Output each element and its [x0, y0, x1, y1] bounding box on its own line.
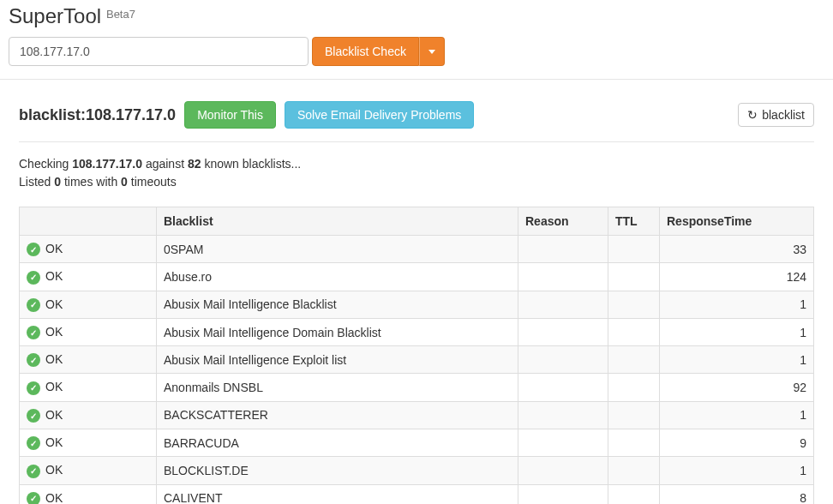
- results-table: Blacklist Reason TTL ResponseTime OK0SPA…: [19, 207, 814, 504]
- ok-check-icon: [27, 271, 40, 285]
- status-cell: OK: [20, 484, 157, 504]
- listed-mid: times with: [61, 175, 121, 189]
- status-cell: OK: [20, 236, 157, 263]
- status-text: OK: [45, 463, 63, 477]
- ttl-cell: [608, 401, 660, 429]
- ok-check-icon: [27, 243, 40, 256]
- table-body: OK0SPAM33OKAbuse.ro124OKAbusix Mail Inte…: [20, 236, 814, 505]
- reason-cell: [518, 291, 608, 318]
- col-reason: Reason: [518, 207, 608, 236]
- checking-prefix: Checking: [19, 157, 72, 171]
- col-response-time: ResponseTime: [660, 207, 814, 236]
- response-time-cell: 92: [660, 374, 814, 401]
- divider: [19, 141, 814, 142]
- reason-cell: [518, 429, 608, 457]
- response-time-cell: 124: [660, 263, 814, 291]
- ok-check-icon: [27, 326, 40, 339]
- response-time-cell: 1: [660, 401, 814, 429]
- ok-check-icon: [27, 465, 40, 478]
- status-cell: OK: [20, 263, 157, 291]
- header-section: SuperTool Beta7 Blacklist Check: [0, 0, 833, 80]
- status-text: OK: [45, 242, 63, 255]
- response-time-cell: 8: [660, 484, 814, 504]
- ttl-cell: [608, 236, 660, 263]
- status-text: OK: [45, 408, 63, 422]
- listed-count: 0: [54, 175, 61, 189]
- reason-cell: [518, 401, 608, 429]
- table-row: OKAbusix Mail Intelligence Domain Blackl…: [20, 318, 814, 345]
- checking-suffix: known blacklists...: [201, 157, 302, 171]
- blacklist-cell: BACKSCATTERER: [157, 401, 518, 429]
- status-cell: OK: [20, 429, 157, 457]
- reason-cell: [518, 457, 608, 484]
- ttl-cell: [608, 374, 660, 401]
- blacklist-cell: Abusix Mail Intelligence Blacklist: [157, 291, 518, 318]
- status-cell: OK: [20, 457, 157, 484]
- status-text: OK: [45, 269, 63, 283]
- status-text: OK: [45, 491, 63, 504]
- checking-mid: against: [142, 157, 188, 171]
- refresh-icon: [747, 108, 758, 122]
- check-dropdown-button[interactable]: [419, 37, 445, 66]
- lookup-input[interactable]: [9, 37, 309, 66]
- blacklist-cell: Abuse.ro: [157, 263, 518, 291]
- blacklist-cell: 0SPAM: [157, 236, 518, 263]
- table-row: OKCALIVENT8: [20, 484, 814, 504]
- ttl-cell: [608, 318, 660, 345]
- table-row: OKAbuse.ro124: [20, 263, 814, 291]
- table-row: OKBLOCKLIST.DE1: [20, 457, 814, 484]
- status-cell: OK: [20, 346, 157, 374]
- status-text: OK: [45, 435, 63, 449]
- blacklist-cell: CALIVENT: [157, 484, 518, 504]
- reason-cell: [518, 263, 608, 291]
- solve-problems-button[interactable]: Solve Email Delivery Problems: [285, 101, 474, 129]
- beta-badge: Beta7: [106, 8, 135, 21]
- table-row: OKAbusix Mail Intelligence Exploit list1: [20, 346, 814, 374]
- reason-cell: [518, 318, 608, 345]
- response-time-cell: 1: [660, 318, 814, 345]
- table-row: OKAnonmails DNSBL92: [20, 374, 814, 401]
- table-row: OKBARRACUDA9: [20, 429, 814, 457]
- col-ttl: TTL: [608, 207, 660, 236]
- status-text: Checking 108.177.17.0 against 82 known b…: [19, 155, 814, 191]
- monitor-this-button[interactable]: Monitor This: [184, 101, 276, 129]
- table-row: OKBACKSCATTERER1: [20, 401, 814, 429]
- ttl-cell: [608, 291, 660, 318]
- blacklist-cell: Abusix Mail Intelligence Domain Blacklis…: [157, 318, 518, 345]
- table-row: OK0SPAM33: [20, 236, 814, 263]
- blacklist-cell: BARRACUDA: [157, 429, 518, 457]
- blacklist-check-button[interactable]: Blacklist Check: [312, 37, 419, 66]
- status-text: OK: [45, 325, 63, 339]
- status-cell: OK: [20, 374, 157, 401]
- timeout-count: 0: [121, 175, 128, 189]
- ttl-cell: [608, 346, 660, 374]
- response-time-cell: 1: [660, 346, 814, 374]
- blacklist-cell: Anonmails DNSBL: [157, 374, 518, 401]
- reason-cell: [518, 236, 608, 263]
- ok-check-icon: [27, 381, 40, 395]
- ok-check-icon: [27, 298, 40, 312]
- response-time-cell: 9: [660, 429, 814, 457]
- status-cell: OK: [20, 318, 157, 345]
- ok-check-icon: [27, 492, 40, 504]
- status-text: OK: [45, 352, 63, 366]
- ok-check-icon: [27, 409, 40, 423]
- ttl-cell: [608, 429, 660, 457]
- result-title: blacklist:108.177.17.0: [19, 106, 176, 124]
- refresh-label: blacklist: [762, 108, 805, 122]
- input-row: Blacklist Check: [9, 37, 824, 66]
- table-header-row: Blacklist Reason TTL ResponseTime: [20, 207, 814, 236]
- col-blacklist: Blacklist: [157, 207, 518, 236]
- caret-down-icon: [428, 50, 435, 54]
- reason-cell: [518, 484, 608, 504]
- refresh-blacklist-button[interactable]: blacklist: [738, 103, 814, 127]
- ok-check-icon: [27, 353, 40, 367]
- ttl-cell: [608, 263, 660, 291]
- blacklist-cell: Abusix Mail Intelligence Exploit list: [157, 346, 518, 374]
- reason-cell: [518, 346, 608, 374]
- ttl-cell: [608, 457, 660, 484]
- response-time-cell: 1: [660, 291, 814, 318]
- listed-suffix: timeouts: [128, 175, 177, 189]
- listed-prefix: Listed: [19, 175, 54, 189]
- status-text: OK: [45, 380, 63, 393]
